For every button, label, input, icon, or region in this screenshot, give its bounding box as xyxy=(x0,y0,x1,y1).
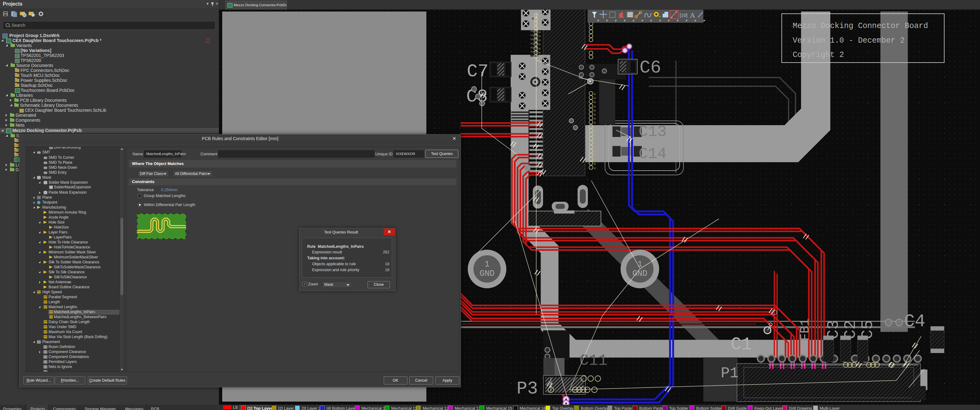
svg-text:#: # xyxy=(539,30,541,34)
svg-text:#: # xyxy=(539,51,541,55)
svg-text:#: # xyxy=(539,43,541,46)
svg-text:A: A xyxy=(690,11,695,19)
svg-text:#: # xyxy=(539,14,541,18)
svg-text:1: 1 xyxy=(485,260,490,269)
svg-text:#: # xyxy=(539,38,541,42)
svg-text:C11: C11 xyxy=(579,352,608,370)
svg-text:#: # xyxy=(594,134,596,137)
svg-text:#: # xyxy=(539,18,541,22)
svg-text:GND: GND xyxy=(480,269,495,278)
svg-text:Mezzo Docking Connector Board: Mezzo Docking Connector Board xyxy=(793,21,928,30)
svg-text:[10]: [10] xyxy=(680,13,687,18)
svg-text:#: # xyxy=(594,109,596,113)
svg-text:#: # xyxy=(594,137,596,141)
svg-text:#: # xyxy=(539,22,541,26)
svg-text:#: # xyxy=(594,146,596,150)
svg-text:#: # xyxy=(594,93,596,96)
svg-text:#: # xyxy=(539,55,541,59)
svg-text:#: # xyxy=(594,129,596,133)
svg-text:#: # xyxy=(594,167,596,170)
svg-text:C6: C6 xyxy=(640,57,661,78)
svg-text:C13: C13 xyxy=(639,123,667,141)
svg-text:Copyright 2: Copyright 2 xyxy=(793,50,844,59)
svg-text:1: 1 xyxy=(637,260,642,269)
svg-text:C1: C1 xyxy=(731,335,752,354)
svg-text:#: # xyxy=(594,101,596,104)
svg-text:P1: P1 xyxy=(721,365,739,382)
svg-text:#: # xyxy=(594,117,596,121)
svg-text:#: # xyxy=(539,35,541,38)
svg-text:C14: C14 xyxy=(639,145,667,163)
svg-text:#: # xyxy=(594,154,596,158)
svg-text:C7: C7 xyxy=(467,61,488,81)
svg-text:#: # xyxy=(539,47,541,51)
svg-text:#: # xyxy=(594,142,596,145)
svg-text:#: # xyxy=(594,105,596,108)
svg-text:#: # xyxy=(594,97,596,100)
svg-text:#: # xyxy=(539,27,541,30)
svg-text:#: # xyxy=(594,121,596,125)
svg-text:GND: GND xyxy=(632,269,648,278)
svg-text:P3: P3 xyxy=(517,379,538,399)
svg-text:Version 1.0 - December 2: Version 1.0 - December 2 xyxy=(793,36,905,45)
svg-text:C4: C4 xyxy=(904,312,925,332)
svg-text:#: # xyxy=(594,162,596,166)
svg-text:#: # xyxy=(594,158,596,162)
svg-text:FB1: FB1 xyxy=(798,319,812,341)
svg-text:#: # xyxy=(594,113,596,117)
svg-text:#: # xyxy=(594,150,596,154)
svg-text:#: # xyxy=(594,126,596,129)
